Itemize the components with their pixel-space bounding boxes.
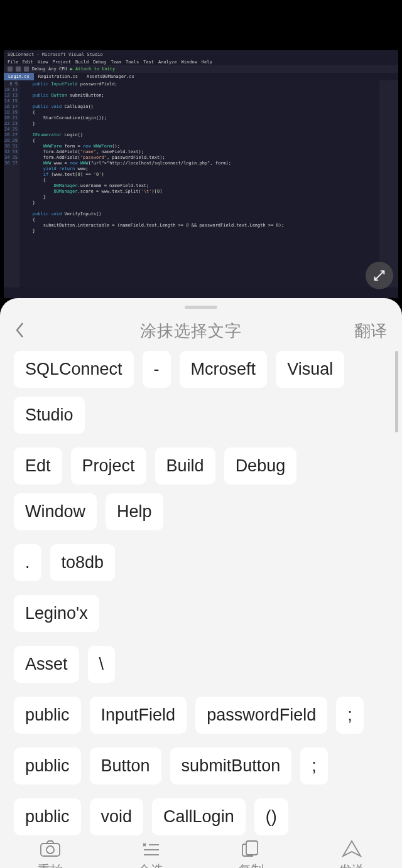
ocr-token[interactable]: Debug xyxy=(224,447,297,485)
token-row: Asset\ xyxy=(14,646,388,683)
ocr-token[interactable]: CallLogin xyxy=(152,798,246,835)
monitor-screenshot: SQLConnect - Microsoft Visual Studio Fil… xyxy=(4,50,398,298)
select-all-button[interactable]: 全选 xyxy=(138,839,163,868)
camera-icon xyxy=(40,839,61,858)
ocr-token[interactable]: ; xyxy=(300,747,328,785)
ocr-token[interactable]: Mcroseft xyxy=(180,351,268,388)
ocr-token[interactable]: Help xyxy=(106,493,163,530)
vs-menu-item: Debug xyxy=(93,60,106,65)
send-label: 发送 xyxy=(339,862,364,868)
vs-menu-item: Analyze xyxy=(158,60,177,65)
photo-black-margin xyxy=(0,0,402,50)
ocr-token[interactable]: Legino'x xyxy=(14,595,99,632)
vs-menu-item: Test xyxy=(143,60,154,65)
ocr-token[interactable]: Button xyxy=(90,747,161,785)
vs-toolbar: Debug Any CPU ▶ Attach to Unity xyxy=(4,65,398,73)
vs-run-label: ▶ Attach to Unity xyxy=(70,67,116,72)
toolbar-icon xyxy=(16,67,21,72)
vs-menu-item: Team xyxy=(111,60,121,65)
tokens-scroll-area[interactable]: SQLConnect-McroseftVisualStudioEdtProjec… xyxy=(0,347,402,835)
vs-menu-bar: FileEditViewProjectBuildDebugTeamToolsTe… xyxy=(4,59,398,65)
tokens-list: SQLConnect-McroseftVisualStudioEdtProjec… xyxy=(14,351,388,835)
ocr-token[interactable]: Build xyxy=(155,447,215,485)
expand-icon xyxy=(372,269,386,282)
token-row: SQLConnect-McroseftVisualStudio xyxy=(14,351,388,434)
ocr-token[interactable]: public xyxy=(14,747,81,785)
token-row: publicButtonsubmitButton; xyxy=(14,747,388,785)
ocr-token[interactable]: Window xyxy=(14,493,97,530)
vs-config-label: Debug xyxy=(32,67,45,72)
select-all-label: 全选 xyxy=(138,862,163,868)
vs-menu-item: Build xyxy=(75,60,89,65)
svg-rect-0 xyxy=(41,844,60,856)
vs-menu-item: File xyxy=(8,60,18,65)
vs-menu-item: View xyxy=(38,60,48,65)
ocr-token[interactable]: () xyxy=(254,798,288,835)
code-editor-content: public InputField passwordField; public … xyxy=(19,80,379,287)
ocr-token[interactable]: submitButton xyxy=(170,747,292,785)
scrollbar-thumb[interactable] xyxy=(395,351,398,432)
token-row: publicInputFieldpasswordField; xyxy=(14,697,388,734)
vs-editor-body: 8 9 10 11 12 13 14 15 16 17 18 19 20 21 … xyxy=(4,80,398,287)
vs-menu-item: Edit xyxy=(23,60,33,65)
ocr-token[interactable]: Edt xyxy=(14,447,62,485)
back-button[interactable] xyxy=(15,322,28,341)
vs-menu-item: Window xyxy=(182,60,197,65)
copy-button[interactable]: 复制 xyxy=(239,839,264,868)
sheet-header: 涂抹选择文字 翻译 xyxy=(0,309,402,347)
vs-window-title: SQLConnect - Microsoft Visual Studio xyxy=(4,50,398,59)
toolbar-icon xyxy=(24,67,29,72)
ocr-token[interactable]: public xyxy=(14,798,81,835)
svg-point-1 xyxy=(46,846,54,854)
translate-button[interactable]: 翻译 xyxy=(354,320,387,342)
vs-editor-tabs: Login.csRegistration.csAssetsDBManager.c… xyxy=(4,73,398,80)
solution-explorer-panel xyxy=(379,80,398,287)
retake-label: 重拍 xyxy=(38,862,63,868)
token-row: publicvoidCallLogin() xyxy=(14,798,388,835)
ocr-token[interactable]: Asset xyxy=(14,646,79,683)
sheet-title: 涂抹选择文字 xyxy=(140,320,242,342)
token-row: .to8db xyxy=(14,544,388,581)
ocr-token[interactable]: to8db xyxy=(50,544,116,581)
vs-menu-item: Tools xyxy=(126,60,139,65)
token-row: Legino'x xyxy=(14,595,388,632)
vs-tab: Registration.cs xyxy=(34,73,82,80)
token-row: EdtProjectBuildDebugWindowHelp xyxy=(14,447,388,530)
retake-button[interactable]: 重拍 xyxy=(38,839,63,868)
vs-menu-item: Help xyxy=(202,60,212,65)
ocr-token[interactable]: void xyxy=(90,798,144,835)
vs-tab: Login.cs xyxy=(4,73,34,80)
captured-photo-area: SQLConnect - Microsoft Visual Studio Fil… xyxy=(0,0,402,298)
ocr-token[interactable]: InputField xyxy=(90,697,187,734)
bottom-action-bar: 重拍 全选 复制 发送 xyxy=(0,835,402,868)
svg-rect-5 xyxy=(246,841,258,855)
vs-tab: AssetsDBManager.cs xyxy=(82,73,139,80)
expand-fullscreen-button[interactable] xyxy=(366,262,393,289)
ocr-token[interactable]: Project xyxy=(71,447,146,485)
copy-label: 复制 xyxy=(239,862,264,868)
ocr-token[interactable]: \ xyxy=(88,646,116,683)
chevron-left-icon xyxy=(15,322,25,338)
ocr-result-sheet: 涂抹选择文字 翻译 SQLConnect-McroseftVisualStudi… xyxy=(0,298,402,868)
select-all-icon xyxy=(140,839,161,858)
ocr-token[interactable]: - xyxy=(143,351,171,388)
ocr-token[interactable]: . xyxy=(14,544,41,581)
vs-platform-label: Any CPU xyxy=(48,67,67,72)
app-root: SQLConnect - Microsoft Visual Studio Fil… xyxy=(0,0,402,868)
copy-icon xyxy=(241,839,262,858)
ocr-token[interactable]: Studio xyxy=(14,397,85,434)
send-icon xyxy=(341,839,362,858)
ocr-token[interactable]: ; xyxy=(336,697,364,734)
ocr-token[interactable]: SQLConnect xyxy=(14,351,134,388)
ocr-token[interactable]: Visual xyxy=(276,351,344,388)
ocr-token[interactable]: passwordField xyxy=(195,697,327,734)
toolbar-icon xyxy=(8,67,13,72)
send-button[interactable]: 发送 xyxy=(339,839,364,868)
vs-menu-item: Project xyxy=(53,60,72,65)
ocr-token[interactable]: public xyxy=(14,697,81,734)
line-number-gutter: 8 9 10 11 12 13 14 15 16 17 18 19 20 21 … xyxy=(4,80,19,287)
